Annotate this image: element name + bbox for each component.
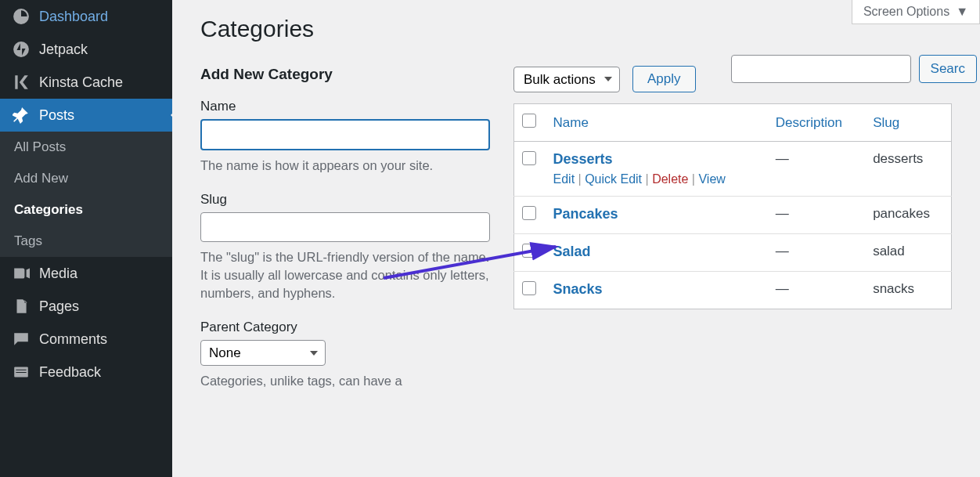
category-title-link[interactable]: Desserts (553, 151, 613, 167)
sidebar-item-comments[interactable]: Comments (0, 323, 172, 356)
category-title-link[interactable]: Pancakes (553, 206, 618, 222)
category-title-link[interactable]: Snacks (553, 281, 603, 297)
jetpack-icon (13, 41, 30, 58)
table-row: Salad—salad (514, 234, 952, 272)
screen-options-label: Screen Options (863, 5, 949, 19)
sidebar-item-label: Pages (39, 298, 79, 315)
feedback-icon (13, 363, 30, 381)
sidebar-item-label: Media (39, 266, 77, 282)
categories-table: Name Description Slug DessertsEdit | Qui… (513, 103, 952, 309)
slug-value: desserts (873, 151, 923, 166)
sidebar-item-label: Jetpack (39, 42, 88, 58)
sidebar-item-posts[interactable]: Posts (0, 99, 172, 132)
main-content: Screen Options ▼ Categories Searc Add Ne… (172, 0, 980, 477)
pin-icon (13, 107, 30, 124)
search-input[interactable] (731, 55, 911, 83)
sidebar-item-label: Feedback (39, 364, 101, 381)
description-value: — (776, 206, 789, 221)
row-checkbox[interactable] (522, 151, 536, 165)
sidebar-item-jetpack[interactable]: Jetpack (0, 33, 172, 66)
form-heading: Add New Category (200, 66, 490, 83)
quick-edit-link[interactable]: Quick Edit (585, 172, 642, 186)
admin-sidebar: Dashboard Jetpack Kinsta Cache Posts All… (0, 0, 172, 477)
slug-label: Slug (200, 192, 490, 208)
media-icon (13, 265, 30, 282)
categories-list: Bulk actions Apply Name Description Slug… (513, 66, 952, 309)
parent-select[interactable]: None (200, 340, 326, 366)
col-name[interactable]: Name (546, 104, 768, 142)
slug-input[interactable] (200, 212, 490, 242)
delete-link[interactable]: Delete (652, 172, 688, 186)
sidebar-item-dashboard[interactable]: Dashboard (0, 0, 172, 33)
slug-value: salad (873, 244, 905, 258)
col-slug[interactable]: Slug (865, 104, 951, 142)
add-category-form: Add New Category Name The name is how it… (200, 66, 490, 407)
description-value: — (776, 151, 789, 166)
search-area: Searc (731, 55, 977, 83)
parent-desc: Categories, unlike tags, can have a (200, 372, 490, 390)
sidebar-item-feedback[interactable]: Feedback (0, 356, 172, 388)
page-title: Categories (200, 16, 952, 42)
view-link[interactable]: View (698, 172, 725, 186)
kinsta-icon (13, 74, 30, 91)
row-actions: Edit | Quick Edit | Delete | View (553, 172, 760, 186)
name-label: Name (200, 99, 490, 114)
category-title-link[interactable]: Salad (553, 244, 591, 259)
pages-icon (13, 298, 30, 315)
description-value: — (776, 281, 789, 296)
screen-options-toggle[interactable]: Screen Options ▼ (852, 0, 980, 24)
slug-value: pancakes (873, 206, 930, 221)
apply-button[interactable]: Apply (632, 66, 696, 92)
sidebar-item-pages[interactable]: Pages (0, 290, 172, 323)
col-description[interactable]: Description (768, 104, 865, 142)
comments-icon (13, 331, 30, 348)
bulk-actions-select[interactable]: Bulk actions (513, 67, 620, 92)
description-value: — (776, 244, 789, 258)
posts-submenu: All Posts Add New Categories Tags (0, 132, 172, 257)
select-all-checkbox[interactable] (522, 114, 536, 128)
table-row: Pancakes—pancakes (514, 197, 952, 234)
row-checkbox[interactable] (522, 206, 536, 220)
slug-desc: The "slug" is the URL-friendly version o… (200, 248, 490, 302)
sidebar-item-label: Posts (39, 107, 74, 124)
dashboard-icon (13, 8, 30, 25)
sidebar-item-kinsta[interactable]: Kinsta Cache (0, 66, 172, 99)
table-row: DessertsEdit | Quick Edit | Delete | Vie… (514, 142, 952, 197)
submenu-all-posts[interactable]: All Posts (0, 132, 172, 163)
search-button[interactable]: Searc (919, 55, 977, 83)
sidebar-item-label: Kinsta Cache (39, 74, 123, 91)
submenu-tags[interactable]: Tags (0, 226, 172, 257)
chevron-down-icon: ▼ (956, 5, 968, 19)
parent-label: Parent Category (200, 320, 490, 335)
submenu-categories[interactable]: Categories (0, 194, 172, 226)
sidebar-item-media[interactable]: Media (0, 257, 172, 290)
svg-point-0 (13, 42, 29, 57)
edit-link[interactable]: Edit (553, 172, 575, 186)
table-row: Snacks—snacks (514, 272, 952, 309)
row-checkbox[interactable] (522, 244, 536, 258)
sidebar-item-label: Comments (39, 331, 107, 348)
row-checkbox[interactable] (522, 281, 536, 295)
submenu-add-new[interactable]: Add New (0, 163, 172, 194)
sidebar-item-label: Dashboard (39, 9, 108, 25)
name-desc: The name is how it appears on your site. (200, 157, 490, 175)
name-input[interactable] (200, 119, 490, 150)
slug-value: snacks (873, 281, 914, 296)
